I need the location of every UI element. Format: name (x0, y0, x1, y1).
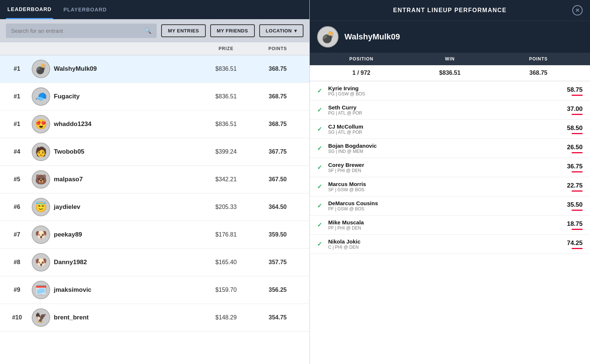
rank-cell: #4 (6, 148, 28, 155)
username-cell: Twobob05 (54, 148, 200, 155)
points-cell: 357.75 (252, 259, 303, 266)
checkmark-icon: ✓ (317, 241, 324, 248)
checkmark-icon: ✓ (317, 126, 324, 133)
table-row[interactable]: #9 🗓️ jmaksimovic $159.70 356.25 (0, 276, 309, 304)
player-info: Kyrie Irving PG | GSW @ BOS (328, 85, 556, 97)
prize-cell: $399.24 (200, 148, 252, 155)
avatar: 😍 (32, 115, 50, 133)
avatar-cell: 🐶 (28, 225, 54, 244)
table-row[interactable]: #10 🦅 brent_brent $148.29 354.75 (0, 304, 309, 332)
username-cell: jaydielev (54, 203, 200, 211)
player-name: Corey Brewer (328, 162, 556, 168)
points-cell: 368.75 (252, 66, 303, 72)
checkmark-icon: ✓ (317, 145, 324, 152)
username-cell: Fugacity (54, 93, 200, 100)
username-cell: peekay89 (54, 231, 200, 238)
avatar: 😇 (32, 198, 50, 216)
player-score: 74.25 (560, 239, 583, 247)
prize-cell: $836.51 (200, 93, 252, 100)
tab-bar: LEADERBOARD PLAYERBOARD (0, 0, 309, 19)
player-score: 35.50 (560, 201, 583, 209)
prize-cell: $836.51 (200, 66, 252, 72)
location-label: LOCATION (266, 28, 292, 34)
player-score: 18.75 (560, 220, 583, 228)
points-cell: 359.50 (252, 231, 303, 238)
right-panel-header: ENTRANT LINEUP PERFORMANCE ✕ (310, 0, 590, 21)
tab-playerboard[interactable]: PLAYERBOARD (62, 1, 108, 18)
player-row[interactable]: ✓ Marcus Morris SF | GSW @ BOS 22.75 (310, 177, 590, 196)
table-row[interactable]: #6 😇 jaydielev $205.33 364.50 (0, 193, 309, 221)
player-row[interactable]: ✓ Nikola Jokic C | PHI @ DEN 74.25 (310, 235, 590, 254)
points-cell: 364.50 (252, 204, 303, 210)
win-value: $836.51 (406, 70, 494, 76)
prize-cell: $165.40 (200, 259, 252, 266)
avatar-header (28, 46, 54, 51)
rank-cell: #7 (6, 231, 28, 238)
location-filter-button[interactable]: LOCATION ▾ (259, 24, 303, 37)
username-cell: jmaksimovic (54, 286, 200, 294)
score-bar (572, 95, 583, 96)
score-bar (572, 133, 583, 134)
player-row[interactable]: ✓ Corey Brewer SF | PHI @ DEN 36.75 (310, 158, 590, 177)
search-filter-bar: 🔍 MY ENTRIES MY FRIENDS LOCATION ▾ (0, 19, 309, 42)
player-name: Kyrie Irving (328, 85, 556, 91)
my-friends-button[interactable]: MY FRIENDS (210, 24, 255, 37)
points-cell: 368.75 (252, 121, 303, 127)
prize-cell: $836.51 (200, 121, 252, 127)
player-score-col: 35.50 (560, 201, 583, 211)
rank-cell: #1 (6, 121, 28, 127)
checkmark-icon: ✓ (317, 183, 324, 190)
search-input[interactable] (11, 28, 141, 34)
avatar: 🧢 (32, 87, 50, 106)
player-row[interactable]: ✓ Mike Muscala PF | PHI @ DEN 18.75 (310, 216, 590, 235)
player-meta: SF | PHI @ DEN (328, 168, 556, 173)
search-icon: 🔍 (144, 27, 152, 34)
prize-cell: $342.21 (200, 176, 252, 183)
points-cell: 354.75 (252, 314, 303, 321)
score-bar (572, 171, 583, 172)
close-button[interactable]: ✕ (572, 5, 583, 15)
points-header: POINTS (252, 46, 303, 51)
prize-cell: $205.33 (200, 204, 252, 210)
table-row[interactable]: #1 😍 whaddo1234 $836.51 368.75 (0, 111, 309, 138)
table-row[interactable]: #7 🐶 peekay89 $176.81 359.50 (0, 221, 309, 249)
player-score-col: 58.50 (560, 125, 583, 134)
avatar: 🗓️ (32, 281, 50, 299)
tab-leaderboard[interactable]: LEADERBOARD (6, 0, 53, 19)
points-value: 368.75 (494, 70, 583, 76)
player-row[interactable]: ✓ CJ McCollum SG | ATL @ POR 58.50 (310, 120, 590, 139)
table-row[interactable]: #5 🐻 malpaso7 $342.21 367.50 (0, 166, 309, 193)
player-info: Marcus Morris SF | GSW @ BOS (328, 181, 556, 192)
player-row[interactable]: ✓ Bojan Bogdanovic SG | IND @ MEM 26.50 (310, 139, 590, 158)
points-header-right: POINTS (494, 56, 583, 62)
my-entries-button[interactable]: MY ENTRIES (161, 24, 205, 37)
username-cell: malpaso7 (54, 176, 200, 183)
player-row[interactable]: ✓ Kyrie Irving PG | GSW @ BOS 58.75 (310, 81, 590, 101)
player-score-col: 74.25 (560, 239, 583, 249)
player-score-col: 37.00 (560, 105, 583, 115)
checkmark-icon: ✓ (317, 87, 324, 94)
table-row[interactable]: #4 🧑 Twobob05 $399.24 367.75 (0, 138, 309, 166)
avatar-cell: 😇 (28, 198, 54, 216)
avatar-cell: 🗓️ (28, 281, 54, 299)
table-row[interactable]: #8 🐶 Danny1982 $165.40 357.75 (0, 249, 309, 276)
username-cell: WalshyMulk09 (54, 65, 200, 73)
rank-cell: #8 (6, 259, 28, 266)
search-box: 🔍 (6, 24, 157, 38)
player-info: Bojan Bogdanovic SG | IND @ MEM (328, 143, 556, 154)
table-row[interactable]: #1 🧢 Fugacity $836.51 368.75 (0, 83, 309, 111)
player-meta: PF | PHI @ DEN (328, 225, 556, 231)
prize-cell: $148.29 (200, 314, 252, 321)
prize-header: PRIZE (200, 46, 252, 51)
rank-cell: #5 (6, 176, 28, 183)
avatar: 💣 (32, 60, 50, 78)
rank-cell: #9 (6, 287, 28, 293)
player-row[interactable]: ✓ Seth Curry PG | ATL @ POR 37.00 (310, 101, 590, 120)
player-meta: C | PHI @ DEN (328, 245, 556, 250)
left-panel: LEADERBOARD PLAYERBOARD 🔍 MY ENTRIES MY … (0, 0, 310, 364)
player-score: 22.75 (560, 182, 583, 189)
table-row[interactable]: #1 💣 WalshyMulk09 $836.51 368.75 (0, 55, 309, 83)
player-row[interactable]: ✓ DeMarcus Cousins PF | GSW @ BOS 35.50 (310, 196, 590, 216)
player-score: 37.00 (560, 105, 583, 113)
player-name: Bojan Bogdanovic (328, 143, 556, 149)
